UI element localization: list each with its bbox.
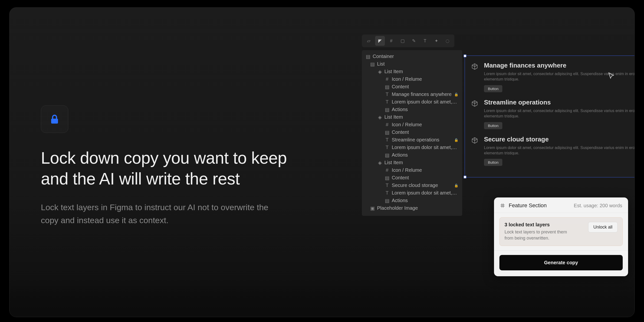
pen-tool-icon[interactable]: ✎ (409, 36, 419, 46)
layer-item[interactable]: ◈List Item (362, 159, 462, 166)
feature-card: Lock down copy you want to keep and the … (9, 7, 635, 317)
layer-label: Secure cloud storage (392, 182, 438, 188)
layer-item[interactable]: ▤Actions (362, 197, 462, 204)
frame-hash-icon: # (385, 77, 389, 82)
frame-icon: ▤ (385, 108, 389, 112)
frame-icon: ▤ (366, 54, 370, 59)
feature-title: Streamline operations (484, 98, 635, 106)
layer-label: List Item (384, 114, 403, 120)
layer-label: Lorem ipsum dolor sit amet, conse… (392, 99, 458, 105)
popup-title: Feature Section (509, 202, 546, 209)
feature-button[interactable]: Button (484, 122, 502, 129)
lock-icon: 🔒 (454, 138, 458, 142)
feature-title: Manage finances anywhere (484, 62, 635, 69)
layer-label: Actions (392, 107, 408, 112)
layer-item[interactable]: ▤List (362, 60, 462, 68)
layer-label: Content (392, 130, 409, 135)
layer-root[interactable]: ▤ Container (362, 52, 462, 60)
feature-title: Secure cloud storage (484, 136, 635, 143)
layer-label: Streamline operations (392, 137, 440, 143)
hero-subcopy: Lock text layers in Figma to instruct ou… (41, 201, 276, 226)
layer-item[interactable]: ◈List Item (362, 113, 462, 121)
layer-item[interactable]: ▤Content (362, 174, 462, 182)
layer-label: Actions (392, 152, 408, 158)
components-tool-icon[interactable]: ✦ (431, 36, 441, 46)
text-icon: T (385, 138, 389, 142)
text-icon: T (385, 145, 389, 150)
layer-label: List (377, 61, 385, 67)
text-icon: T (385, 92, 389, 97)
move-tool-icon[interactable]: ▱ (364, 36, 374, 46)
text-tool-icon[interactable]: T (420, 36, 430, 46)
feature-button[interactable]: Button (484, 85, 502, 92)
image-icon: ▣ (370, 206, 374, 210)
lock-icon: 🔒 (454, 92, 458, 96)
frame-icon: ▤ (385, 198, 389, 203)
generate-popup: Feature Section Est. usage: 200 words 3 … (494, 198, 628, 276)
feature-desc: Lorem ipsum dolor sit amet, consectetur … (484, 108, 635, 119)
layer-item[interactable]: TLorem ipsum dolor sit amet, conse… (362, 98, 462, 106)
text-icon: T (385, 100, 389, 104)
layer-item[interactable]: #Icon / Relume (362, 166, 462, 174)
figma-toolbar: ▱ ◤ # ▢ ✎ T ✦ ◌ (362, 34, 454, 47)
layer-label: List Item (384, 160, 403, 166)
pointer-tool-icon[interactable]: ◤ (375, 36, 385, 46)
frame-icon: ▤ (370, 62, 374, 66)
layer-label: Icon / Relume (392, 122, 422, 128)
layer-item[interactable]: ▤Actions (362, 106, 462, 113)
shape-tool-icon[interactable]: ▢ (398, 36, 408, 46)
layer-item[interactable]: ◈List Item (362, 68, 462, 75)
layer-label: Icon / Relume (392, 76, 422, 82)
layer-item[interactable]: #Icon / Relume (362, 121, 462, 128)
component-icon: ◈ (378, 115, 382, 120)
layer-item[interactable]: TSecure cloud storage🔒 (362, 182, 462, 189)
text-icon: T (385, 191, 389, 195)
layer-label: Icon / Relume (392, 167, 422, 173)
component-icon: ◈ (378, 160, 382, 165)
layer-label: Placeholder Image (377, 205, 418, 211)
generate-copy-button[interactable]: Generate copy (500, 255, 623, 270)
frame-tool-icon[interactable]: # (386, 36, 396, 46)
layer-label: List Item (384, 69, 403, 74)
layer-label: Lorem ipsum dolor sit amet, conse… (392, 144, 458, 150)
figma-mockup: ▱ ◤ # ▢ ✎ T ✦ ◌ ▤ Container ▤List◈List I… (362, 34, 635, 316)
layer-label: Manage finances anywhere (392, 92, 452, 97)
layer-label: Content (392, 84, 409, 90)
cube-icon (470, 136, 480, 145)
layer-label: Content (392, 175, 409, 180)
locked-count: 3 locked text layers (504, 222, 584, 228)
usage-estimate: Est. usage: 200 words (574, 203, 622, 208)
layers-panel: ▤ Container ▤List◈List Item#Icon / Relum… (362, 50, 462, 216)
unlock-all-button[interactable]: Unlock all (588, 222, 618, 232)
layer-item[interactable]: ▤Content (362, 128, 462, 136)
layer-item[interactable]: ▣Placeholder Image (362, 204, 462, 212)
cube-icon (470, 98, 480, 108)
hash-icon (500, 203, 505, 208)
frame-icon: ▤ (385, 176, 389, 180)
frame-icon: ▤ (385, 85, 389, 89)
lock-icon-badge (41, 106, 68, 133)
layer-item[interactable]: ▤Actions (362, 151, 462, 159)
feature-button[interactable]: Button (484, 159, 502, 166)
frame-icon: ▤ (385, 153, 389, 157)
svg-rect-0 (51, 119, 58, 124)
layer-item[interactable]: ▤Content (362, 83, 462, 90)
frame-hash-icon: # (385, 168, 389, 172)
layer-label: Actions (392, 198, 408, 203)
hero-headline: Lock down copy you want to keep and the … (41, 148, 315, 189)
feature-item: Secure cloud storageLorem ipsum dolor si… (470, 136, 635, 166)
component-icon: ◈ (378, 70, 382, 74)
layer-item[interactable]: TLorem ipsum dolor sit amet, conse… (362, 144, 462, 151)
locked-layers-notice: 3 locked text layers Lock text layers to… (500, 217, 623, 246)
frame-hash-icon: # (385, 122, 389, 127)
frame-icon: ▤ (385, 130, 389, 134)
layer-item[interactable]: #Icon / Relume (362, 75, 462, 83)
feature-desc: Lorem ipsum dolor sit amet, consectetur … (484, 145, 635, 156)
cube-icon (470, 62, 480, 72)
lock-icon (49, 113, 60, 125)
layer-item[interactable]: TManage finances anywhere🔒 (362, 90, 462, 98)
layer-item[interactable]: TStreamline operations🔒 (362, 136, 462, 144)
layer-label: Lorem ipsum dolor sit amet, conse… (392, 190, 458, 196)
comment-tool-icon[interactable]: ◌ (443, 36, 452, 46)
layer-item[interactable]: TLorem ipsum dolor sit amet, conse… (362, 189, 462, 197)
